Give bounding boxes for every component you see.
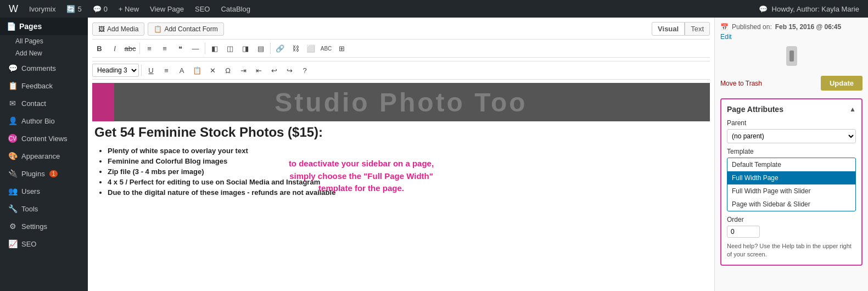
align-justify-button[interactable]: ≡: [159, 64, 173, 77]
sidebar-item-seo[interactable]: 📈 SEO: [0, 235, 88, 253]
unlink-button[interactable]: ⛓: [288, 42, 303, 55]
comment-icon: 💬: [759, 5, 768, 13]
page-attributes-box: Page Attributes ▲ Parent (no parent) Tem…: [720, 98, 863, 266]
main-layout: 📄 Pages All Pages Add New 💬 Comments 📋 F…: [0, 18, 868, 291]
updates-icon: 🔄: [66, 5, 75, 13]
heading-select[interactable]: Heading 3: [92, 64, 139, 77]
sidebar-item-label: SEO: [21, 240, 36, 248]
indent-button[interactable]: ⇥: [236, 64, 250, 77]
calendar-icon: 📅: [720, 23, 729, 31]
feedback-icon: 📋: [8, 81, 17, 90]
insert-button[interactable]: ⬜: [304, 42, 318, 55]
template-option-sidebar-slider[interactable]: Page with Sidebar & Slider: [727, 198, 855, 211]
blockquote-button[interactable]: ❝: [173, 42, 187, 55]
right-panel: 📅 Published on: Feb 15, 2016 @ 06:45 Edi…: [714, 18, 868, 291]
chevron-up-icon[interactable]: ▲: [849, 105, 856, 113]
outdent-button[interactable]: ⇤: [251, 64, 266, 77]
order-label: Order: [727, 216, 856, 223]
sidebar-item-plugins[interactable]: 🔌 Plugins 1: [0, 165, 88, 182]
order-input[interactable]: [727, 226, 760, 238]
underline-button[interactable]: U: [144, 64, 158, 77]
sidebar-item-content-views[interactable]: CV Content Views: [0, 130, 88, 147]
template-option-fullwidth[interactable]: Full Width Page: [727, 171, 855, 184]
horizontal-rule-button[interactable]: —: [188, 42, 203, 55]
ordered-list-button[interactable]: ≡: [158, 42, 172, 55]
redo-button[interactable]: ↪: [282, 64, 296, 77]
align-left-button[interactable]: ◧: [208, 42, 222, 55]
move-to-trash-link[interactable]: Move to Trash: [720, 80, 762, 87]
separator: [139, 43, 140, 54]
list-item: Feminine and Colorful Blog images: [108, 157, 708, 165]
toggle-icon[interactable]: [786, 46, 797, 66]
editor-content[interactable]: Get 54 Feminine Stock Photos ($15): Plen…: [92, 125, 710, 287]
undo-button[interactable]: ↩: [267, 64, 281, 77]
sidebar-item-appearance[interactable]: 🎨 Appearance: [0, 147, 88, 165]
text-color-button[interactable]: A: [175, 64, 189, 77]
strikethrough-button[interactable]: abc: [123, 42, 137, 55]
list-item: 4 x 5 / Perfect for editing to use on So…: [108, 178, 708, 186]
fullscreen-button[interactable]: ⊞: [334, 42, 349, 55]
sidebar-item-contact[interactable]: ✉ Contact: [0, 94, 88, 112]
bold-button[interactable]: B: [92, 42, 107, 55]
view-page-item[interactable]: View Page: [145, 0, 188, 18]
plugins-badge: 1: [49, 170, 58, 177]
remove-format-button[interactable]: ✕: [205, 64, 220, 77]
catablog-item[interactable]: CataBlog: [216, 0, 254, 18]
help-text: Need help? Use the Help tab in the upper…: [727, 242, 856, 259]
update-button[interactable]: Update: [821, 76, 863, 91]
seo-icon: 📈: [8, 239, 17, 248]
sidebar-item-label: Feedback: [21, 82, 53, 90]
banner-text: Studio Photo Too: [275, 87, 527, 117]
align-center-button[interactable]: ◫: [223, 42, 237, 55]
sidebar-item-users[interactable]: 👥 Users: [0, 182, 88, 200]
sidebar: 📄 Pages All Pages Add New 💬 Comments 📋 F…: [0, 18, 88, 291]
parent-select[interactable]: (no parent): [727, 129, 856, 143]
comments-icon: 💬: [93, 5, 102, 13]
tools-icon: 🔧: [8, 204, 17, 213]
all-pages-link[interactable]: All Pages: [0, 35, 88, 47]
sidebar-item-comments[interactable]: 💬 Comments: [0, 59, 88, 77]
content-views-icon: CV: [8, 134, 17, 143]
new-item[interactable]: + New: [114, 0, 143, 18]
contact-icon: ✉: [8, 99, 17, 108]
unordered-list-button[interactable]: ≡: [142, 42, 156, 55]
sidebar-item-feedback[interactable]: 📋 Feedback: [0, 77, 88, 94]
edit-publish-link[interactable]: Edit: [720, 33, 863, 41]
sidebar-item-settings[interactable]: ⚙ Settings: [0, 217, 88, 235]
help-button[interactable]: ?: [298, 64, 312, 77]
users-icon: 👥: [8, 187, 17, 195]
pages-icon: 📄: [7, 22, 16, 31]
template-option-fullwidth-slider[interactable]: Full Width Page with Slider: [727, 184, 855, 198]
site-name[interactable]: Ivorymix: [25, 0, 60, 18]
add-contact-form-button[interactable]: 📋 Add Contact Form: [148, 23, 223, 36]
sidebar-item-author-bio[interactable]: 👤 Author Bio: [0, 112, 88, 130]
editor-toolbar-top: 🖼 Add Media 📋 Add Contact Form Visual Te…: [92, 22, 710, 36]
visual-tab[interactable]: Visual: [652, 22, 685, 36]
publish-date-row: 📅 Published on: Feb 15, 2016 @ 06:45: [720, 23, 863, 31]
link-button[interactable]: 🔗: [273, 42, 287, 55]
sidebar-item-label: Plugins: [21, 170, 45, 178]
italic-button[interactable]: I: [108, 42, 122, 55]
list-item: Zip file (3 - 4 mbs per image): [108, 167, 708, 176]
toggle-handle: [789, 51, 794, 61]
page-attributes-title: Page Attributes: [727, 105, 783, 114]
sidebar-item-tools[interactable]: 🔧 Tools: [0, 200, 88, 217]
justify-button[interactable]: ▤: [254, 42, 268, 55]
text-tab[interactable]: Text: [685, 22, 710, 36]
add-new-link[interactable]: Add New: [0, 47, 88, 59]
seo-item[interactable]: SEO: [191, 0, 214, 18]
template-option-default[interactable]: Default Template: [727, 158, 855, 171]
comments-item[interactable]: 💬 0: [88, 0, 112, 18]
spellcheck-button[interactable]: ABC: [319, 42, 333, 55]
special-chars-button[interactable]: Ω: [221, 64, 235, 77]
publish-section: 📅 Published on: Feb 15, 2016 @ 06:45 Edi…: [720, 23, 863, 41]
list-item: Due to the digital nature of these image…: [108, 188, 708, 197]
add-media-button[interactable]: 🖼 Add Media: [92, 23, 144, 36]
wordpress-logo[interactable]: W: [4, 0, 23, 18]
paste-button[interactable]: 📋: [190, 64, 204, 77]
align-right-button[interactable]: ◨: [238, 42, 253, 55]
sidebar-item-label: Author Bio: [21, 117, 55, 125]
published-date: Feb 15, 2016 @ 06:45: [775, 23, 841, 31]
author-bio-icon: 👤: [8, 116, 17, 125]
updates-item[interactable]: 🔄 5: [62, 0, 86, 18]
